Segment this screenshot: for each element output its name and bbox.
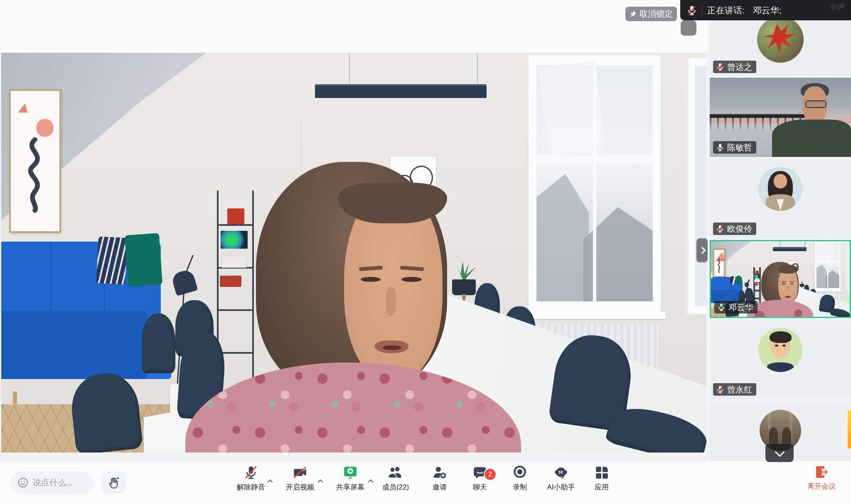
cartoon-shoulders: [767, 362, 794, 372]
invite-label: 邀请: [433, 482, 447, 492]
raise-hand-button[interactable]: [101, 471, 126, 494]
mic-off-icon: [243, 465, 259, 480]
window-large: [529, 55, 660, 312]
divider: [702, 5, 702, 16]
mic-on-icon: [716, 143, 725, 152]
window-panes: [817, 244, 839, 288]
pendant-cord: [477, 53, 478, 84]
man-glasses: [805, 100, 827, 108]
bottom-toolbar: 说点什么...: [0, 461, 851, 504]
person-eye: [361, 277, 381, 282]
chat-label: 聊天: [473, 482, 487, 492]
raise-hand-icon: [107, 476, 120, 489]
participant-name-tag: 欧俊伶: [713, 223, 756, 235]
share-options-chevron[interactable]: [368, 479, 374, 483]
speaker-person: [185, 162, 521, 453]
speaking-bar-handle[interactable]: [681, 20, 696, 36]
art-triangle: [18, 103, 27, 113]
participant-name: 陈敏哲: [727, 142, 752, 153]
gap-strip: [0, 453, 708, 461]
video-options-chevron[interactable]: [317, 479, 323, 483]
leave-meeting-button[interactable]: 离开会议: [794, 465, 849, 501]
scroll-participants-down-button[interactable]: [765, 444, 794, 462]
apps-button[interactable]: 应用: [582, 465, 622, 501]
chevron-down-icon: [775, 447, 785, 457]
avatar-cartoon-man: [758, 328, 802, 372]
chat-unread-badge: 2: [484, 468, 497, 481]
record-icon: [512, 465, 528, 480]
leave-meeting-label: 离开会议: [807, 482, 836, 491]
ai-assistant-icon: [553, 465, 569, 480]
participant-name: 曾永红: [727, 384, 752, 395]
mic-muted-icon: [716, 385, 725, 394]
message-placeholder: 说点什么...: [33, 477, 73, 488]
mic-muted-icon: [686, 5, 698, 16]
teal-cushion: [735, 275, 743, 285]
ai-assistant-button[interactable]: AI小助手: [541, 465, 581, 501]
camera-off-icon: [292, 465, 308, 480]
person-eye: [401, 277, 421, 282]
chevron-right-icon: [699, 247, 706, 254]
apps-label: 应用: [595, 482, 609, 492]
record-button[interactable]: 录制: [500, 465, 540, 501]
window-sill: [523, 312, 666, 319]
virtual-background-watermark: 虚拟背景: [826, 144, 848, 152]
top-band: [0, 0, 708, 53]
participant-tile-chenminzhe[interactable]: 虚拟背景 陈敏哲: [710, 78, 851, 157]
teal-cushion: [125, 233, 162, 286]
mic-options-chevron[interactable]: [267, 479, 273, 483]
speaking-name: 邓云华;: [753, 5, 782, 16]
members-label: 成员(22): [382, 482, 409, 492]
invite-icon: [432, 465, 448, 480]
share-screen-icon: [342, 465, 358, 480]
main-video[interactable]: 虚拟背景: [1, 53, 706, 453]
members-icon: [388, 465, 403, 480]
pendant-light: [773, 247, 807, 251]
maple-leaf-icon: [762, 21, 798, 56]
sofa-arm: [1, 311, 147, 379]
pendant-light: [315, 84, 486, 98]
start-video-button[interactable]: 开启视频: [280, 465, 320, 501]
participant-tile-dengyunhua-active[interactable]: 虚拟背景 邓云华: [710, 240, 851, 318]
speaking-indicator-bar: 正在讲话: 邓云华;: [680, 0, 851, 20]
collapse-sidebar-button[interactable]: [696, 238, 708, 262]
avatar-maple-leaf: [757, 16, 804, 63]
unpin-label: 取消锁定: [639, 8, 673, 20]
window-large: [815, 242, 841, 290]
window-pane: [695, 66, 706, 306]
participant-name: 邓云华: [728, 302, 753, 313]
window-sill: [814, 290, 841, 291]
mic-muted-icon: [716, 224, 725, 233]
window-mullion: [536, 155, 652, 163]
participant-name-tag: 曾达之: [713, 61, 756, 73]
wall-art-abstract: [713, 248, 726, 278]
unmute-button[interactable]: 解除静音: [231, 465, 271, 501]
blue-sofa: [1, 242, 171, 398]
avatar-portrait-woman: [758, 167, 802, 211]
portrait-face: [774, 174, 787, 188]
meeting-window: 虚拟背景 取消锁定 正在讲话: 邓云华;: [0, 0, 851, 504]
participant-name-tag: 曾永红: [713, 383, 756, 396]
unpin-button[interactable]: 取消锁定: [625, 7, 677, 21]
person-floral-blouse: [185, 362, 521, 453]
virtual-background-watermark: 虚拟背景: [640, 422, 683, 436]
pin-icon: [630, 10, 637, 18]
wall-art-abstract: [9, 89, 61, 233]
reaction-panel-edge[interactable]: [848, 410, 851, 448]
share-screen-button[interactable]: 共享屏幕: [330, 465, 370, 501]
cathedral-arch: [769, 427, 778, 444]
participant-name-tag: 邓云华: [714, 301, 758, 313]
participant-tile-oujunling[interactable]: 欧俊伶: [710, 159, 851, 238]
start-video-label: 开启视频: [286, 482, 314, 492]
pendant-cord: [780, 241, 780, 247]
apps-icon: [594, 465, 610, 480]
building-silhouette: [817, 264, 827, 288]
cartoon-eye: [775, 345, 778, 346]
members-button[interactable]: 成员(22): [376, 465, 416, 501]
invite-button[interactable]: 邀请: [420, 465, 460, 501]
quick-message-input[interactable]: 说点什么...: [10, 471, 93, 494]
speaking-label: 正在讲话:: [707, 5, 745, 16]
participant-tile-zengyonghong[interactable]: 曾永红: [710, 320, 851, 399]
unmute-label: 解除静音: [237, 482, 265, 492]
leave-meeting-icon: [814, 465, 829, 480]
